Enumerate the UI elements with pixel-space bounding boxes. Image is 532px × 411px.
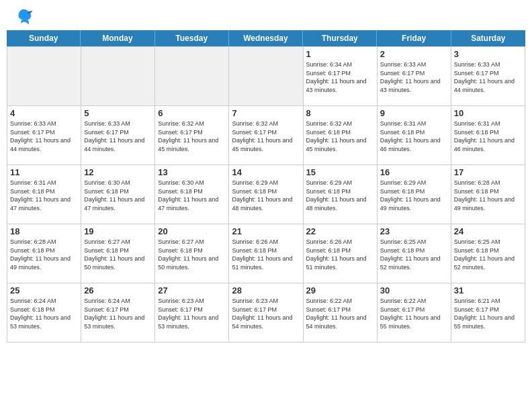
day-info: Sunrise: 6:30 AMSunset: 6:18 PMDaylight:… xyxy=(84,179,152,212)
header-thursday: Thursday xyxy=(303,30,377,46)
day-info: Sunrise: 6:22 AMSunset: 6:17 PMDaylight:… xyxy=(380,297,448,330)
day-number: 1 xyxy=(306,49,374,59)
calendar-cell: 15Sunrise: 6:29 AMSunset: 6:18 PMDayligh… xyxy=(304,165,378,224)
calendar-cell: 16Sunrise: 6:29 AMSunset: 6:18 PMDayligh… xyxy=(378,165,451,224)
calendar-cell: 31Sunrise: 6:21 AMSunset: 6:17 PMDayligh… xyxy=(451,283,525,342)
day-number: 17 xyxy=(454,167,522,177)
day-info: Sunrise: 6:28 AMSunset: 6:18 PMDaylight:… xyxy=(10,238,78,271)
day-info: Sunrise: 6:33 AMSunset: 6:17 PMDaylight:… xyxy=(380,60,448,94)
day-info: Sunrise: 6:31 AMSunset: 6:18 PMDaylight:… xyxy=(454,120,522,153)
calendar-cell: 30Sunrise: 6:22 AMSunset: 6:17 PMDayligh… xyxy=(378,283,451,342)
day-info: Sunrise: 6:31 AMSunset: 6:18 PMDaylight:… xyxy=(10,179,78,212)
calendar-cell xyxy=(81,47,155,106)
calendar-cell: 2Sunrise: 6:33 AMSunset: 6:17 PMDaylight… xyxy=(378,47,451,106)
header-monday: Monday xyxy=(81,30,154,46)
calendar-cell: 7Sunrise: 6:32 AMSunset: 6:17 PMDaylight… xyxy=(229,106,303,165)
calendar-header: Sunday Monday Tuesday Wednesday Thursday… xyxy=(7,30,525,46)
day-info: Sunrise: 6:25 AMSunset: 6:18 PMDaylight:… xyxy=(454,238,522,271)
day-number: 6 xyxy=(158,108,226,118)
calendar-cell: 6Sunrise: 6:32 AMSunset: 6:17 PMDaylight… xyxy=(155,106,229,165)
day-number: 28 xyxy=(232,285,300,295)
day-info: Sunrise: 6:33 AMSunset: 6:17 PMDaylight:… xyxy=(84,120,152,153)
day-number: 31 xyxy=(454,285,522,295)
header-friday: Friday xyxy=(377,30,451,46)
calendar-cell: 13Sunrise: 6:30 AMSunset: 6:18 PMDayligh… xyxy=(155,165,229,224)
day-number: 16 xyxy=(380,167,448,177)
header-saturday: Saturday xyxy=(451,30,525,46)
day-number: 19 xyxy=(84,226,152,236)
day-info: Sunrise: 6:33 AMSunset: 6:17 PMDaylight:… xyxy=(454,60,522,94)
day-number: 22 xyxy=(306,226,374,236)
header-wednesday: Wednesday xyxy=(229,30,303,46)
day-number: 10 xyxy=(454,108,522,118)
day-info: Sunrise: 6:23 AMSunset: 6:17 PMDaylight:… xyxy=(232,297,300,330)
day-number: 3 xyxy=(454,49,522,59)
calendar-cell: 18Sunrise: 6:28 AMSunset: 6:18 PMDayligh… xyxy=(7,224,81,283)
calendar-cell: 12Sunrise: 6:30 AMSunset: 6:18 PMDayligh… xyxy=(81,165,155,224)
calendar-cell: 14Sunrise: 6:29 AMSunset: 6:18 PMDayligh… xyxy=(229,165,303,224)
calendar-cell: 5Sunrise: 6:33 AMSunset: 6:17 PMDaylight… xyxy=(81,106,155,165)
day-number: 11 xyxy=(10,167,78,177)
day-number: 18 xyxy=(10,226,78,236)
calendar-cell: 1Sunrise: 6:34 AMSunset: 6:17 PMDaylight… xyxy=(304,47,378,106)
calendar-cell: 27Sunrise: 6:23 AMSunset: 6:17 PMDayligh… xyxy=(155,283,229,342)
day-info: Sunrise: 6:24 AMSunset: 6:17 PMDaylight:… xyxy=(84,297,152,330)
day-info: Sunrise: 6:26 AMSunset: 6:18 PMDaylight:… xyxy=(306,238,374,271)
day-number: 13 xyxy=(158,167,226,177)
day-number: 20 xyxy=(158,226,226,236)
logo xyxy=(13,7,36,27)
calendar-cell: 25Sunrise: 6:24 AMSunset: 6:18 PMDayligh… xyxy=(7,283,81,342)
day-number: 2 xyxy=(380,49,448,59)
page-container: Sunday Monday Tuesday Wednesday Thursday… xyxy=(0,0,532,346)
page-header xyxy=(0,0,532,30)
header-tuesday: Tuesday xyxy=(155,30,229,46)
calendar-cell: 8Sunrise: 6:32 AMSunset: 6:18 PMDaylight… xyxy=(304,106,378,165)
day-info: Sunrise: 6:27 AMSunset: 6:18 PMDaylight:… xyxy=(158,238,226,271)
header-sunday: Sunday xyxy=(7,30,81,46)
day-info: Sunrise: 6:34 AMSunset: 6:17 PMDaylight:… xyxy=(306,60,374,94)
calendar-cell: 29Sunrise: 6:22 AMSunset: 6:17 PMDayligh… xyxy=(304,283,378,342)
day-info: Sunrise: 6:23 AMSunset: 6:17 PMDaylight:… xyxy=(158,297,226,330)
calendar-body: 1Sunrise: 6:34 AMSunset: 6:17 PMDaylight… xyxy=(7,46,525,342)
day-number: 7 xyxy=(232,108,300,118)
day-info: Sunrise: 6:26 AMSunset: 6:18 PMDaylight:… xyxy=(232,238,300,271)
day-info: Sunrise: 6:29 AMSunset: 6:18 PMDaylight:… xyxy=(380,179,448,212)
calendar-cell: 26Sunrise: 6:24 AMSunset: 6:17 PMDayligh… xyxy=(81,283,155,342)
calendar-cell: 11Sunrise: 6:31 AMSunset: 6:18 PMDayligh… xyxy=(7,165,81,224)
day-info: Sunrise: 6:30 AMSunset: 6:18 PMDaylight:… xyxy=(158,179,226,212)
calendar-cell: 19Sunrise: 6:27 AMSunset: 6:18 PMDayligh… xyxy=(81,224,155,283)
calendar: Sunday Monday Tuesday Wednesday Thursday… xyxy=(0,30,532,346)
day-info: Sunrise: 6:31 AMSunset: 6:18 PMDaylight:… xyxy=(380,120,448,153)
calendar-cell: 24Sunrise: 6:25 AMSunset: 6:18 PMDayligh… xyxy=(451,224,525,283)
day-info: Sunrise: 6:32 AMSunset: 6:17 PMDaylight:… xyxy=(232,120,300,153)
day-number: 21 xyxy=(232,226,300,236)
calendar-cell: 22Sunrise: 6:26 AMSunset: 6:18 PMDayligh… xyxy=(304,224,378,283)
day-number: 8 xyxy=(306,108,374,118)
day-info: Sunrise: 6:25 AMSunset: 6:18 PMDaylight:… xyxy=(380,238,448,271)
day-number: 29 xyxy=(306,285,374,295)
day-number: 26 xyxy=(84,285,152,295)
calendar-cell: 28Sunrise: 6:23 AMSunset: 6:17 PMDayligh… xyxy=(229,283,303,342)
day-info: Sunrise: 6:24 AMSunset: 6:18 PMDaylight:… xyxy=(10,297,78,330)
day-number: 12 xyxy=(84,167,152,177)
calendar-cell xyxy=(229,47,303,106)
calendar-cell: 21Sunrise: 6:26 AMSunset: 6:18 PMDayligh… xyxy=(229,224,303,283)
day-info: Sunrise: 6:29 AMSunset: 6:18 PMDaylight:… xyxy=(306,179,374,212)
calendar-cell xyxy=(155,47,229,106)
day-number: 27 xyxy=(158,285,226,295)
day-number: 23 xyxy=(380,226,448,236)
day-number: 9 xyxy=(380,108,448,118)
day-info: Sunrise: 6:32 AMSunset: 6:17 PMDaylight:… xyxy=(158,120,226,153)
calendar-cell: 4Sunrise: 6:33 AMSunset: 6:17 PMDaylight… xyxy=(7,106,81,165)
day-info: Sunrise: 6:29 AMSunset: 6:18 PMDaylight:… xyxy=(232,179,300,212)
day-number: 14 xyxy=(232,167,300,177)
logo-icon xyxy=(13,7,34,27)
day-number: 15 xyxy=(306,167,374,177)
day-info: Sunrise: 6:22 AMSunset: 6:17 PMDaylight:… xyxy=(306,297,374,330)
calendar-cell: 3Sunrise: 6:33 AMSunset: 6:17 PMDaylight… xyxy=(451,47,525,106)
day-number: 24 xyxy=(454,226,522,236)
calendar-cell: 23Sunrise: 6:25 AMSunset: 6:18 PMDayligh… xyxy=(378,224,451,283)
calendar-cell xyxy=(7,47,81,106)
day-number: 25 xyxy=(10,285,78,295)
day-info: Sunrise: 6:27 AMSunset: 6:18 PMDaylight:… xyxy=(84,238,152,271)
